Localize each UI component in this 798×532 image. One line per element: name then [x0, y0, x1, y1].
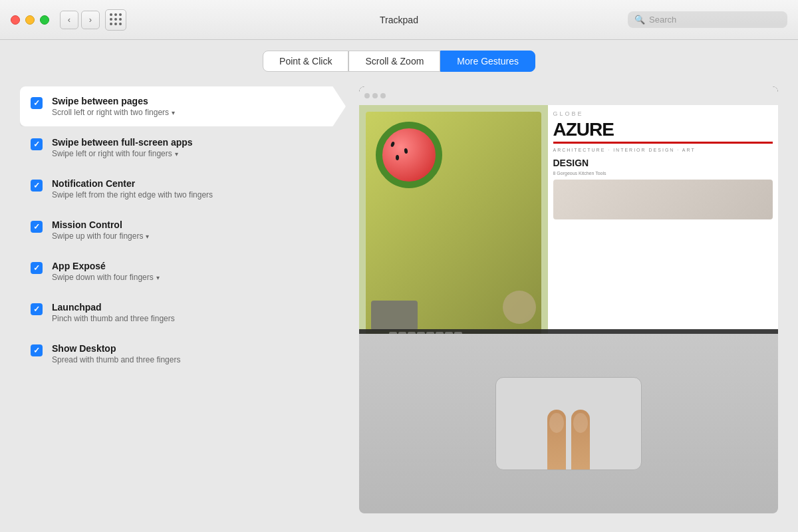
setting-title-notification-center: Notification Center	[52, 178, 335, 189]
traffic-lights	[11, 15, 49, 25]
setting-text-launchpad: Launchpad Pinch with thumb and three fin…	[52, 302, 335, 323]
browser-right-panel: GLOBE AZURE ARCHITECTURE · INTERIOR DESI…	[548, 105, 779, 342]
design-label: DESIGN	[553, 158, 773, 168]
chevron-down-icon: ▾	[172, 109, 175, 116]
setting-swipe-fullscreen[interactable]: Swipe between full-screen apps Swipe lef…	[20, 128, 346, 168]
chevron-down-icon: ▾	[156, 274, 160, 281]
window-title: Trackpad	[380, 15, 418, 25]
trackpad-surface	[495, 377, 642, 470]
setting-text-app-expose: App Exposé Swipe down with four fingers …	[52, 261, 335, 282]
setting-desc-app-expose: Swipe down with four fingers ▾	[52, 273, 335, 282]
setting-show-desktop[interactable]: Show Desktop Spread with thumb and three…	[20, 334, 346, 374]
fingers-visual	[547, 410, 590, 470]
preview-panel: GLOBE AZURE ARCHITECTURE · INTERIOR DESI…	[359, 86, 778, 513]
checkbox-swipe-fullscreen[interactable]	[31, 138, 43, 150]
tab-scroll-zoom[interactable]: Scroll & Zoom	[348, 51, 440, 72]
checkbox-app-expose[interactable]	[31, 262, 43, 274]
setting-desc-swipe-fullscreen: Swipe left or right with four fingers ▾	[52, 149, 335, 158]
back-icon: ‹	[68, 15, 70, 25]
close-button[interactable]	[11, 15, 20, 25]
setting-text-notification-center: Notification Center Swipe left from the …	[52, 178, 335, 200]
checkbox-swipe-pages[interactable]	[31, 97, 43, 109]
settings-panel: Swipe between pages Scroll left or right…	[20, 86, 346, 513]
title-bar: ‹ › Trackpad 🔍 Search	[0, 0, 798, 40]
preview-image: GLOBE AZURE ARCHITECTURE · INTERIOR DESI…	[359, 86, 778, 513]
browser-chrome	[359, 86, 778, 105]
checkbox-show-desktop[interactable]	[31, 344, 43, 356]
setting-mission-control[interactable]: Mission Control Swipe up with four finge…	[20, 210, 346, 250]
checkbox-mission-control[interactable]	[31, 221, 43, 233]
setting-swipe-pages[interactable]: Swipe between pages Scroll left or right…	[20, 86, 346, 126]
chevron-down-icon: ▾	[175, 150, 178, 158]
setting-desc-notification-center: Swipe left from the right edge with two …	[52, 190, 335, 200]
forward-button[interactable]: ›	[81, 11, 100, 29]
grid-view-button[interactable]	[105, 9, 126, 31]
setting-title-mission-control: Mission Control	[52, 219, 335, 230]
design-image	[553, 180, 773, 219]
setting-text-mission-control: Mission Control Swipe up with four finge…	[52, 219, 335, 241]
setting-title-swipe-fullscreen: Swipe between full-screen apps	[52, 137, 335, 148]
browser-dot-3	[380, 93, 386, 98]
setting-title-swipe-pages: Swipe between pages	[52, 96, 319, 106]
chevron-down-icon: ▾	[146, 233, 149, 240]
setting-app-expose[interactable]: App Exposé Swipe down with four fingers …	[20, 251, 346, 291]
search-input[interactable]: Search	[649, 15, 676, 25]
setting-text-swipe-pages: Swipe between pages Scroll left or right…	[52, 96, 319, 117]
setting-desc-mission-control: Swipe up with four fingers ▾	[52, 231, 335, 241]
finger-2	[571, 410, 590, 470]
setting-title-show-desktop: Show Desktop	[52, 343, 335, 354]
setting-desc-show-desktop: Spread with thumb and three fingers	[52, 355, 335, 364]
tab-bar: Point & Click Scroll & Zoom More Gesture…	[0, 40, 798, 80]
trackpad-area	[359, 334, 778, 513]
maximize-button[interactable]	[40, 15, 49, 25]
checkbox-notification-center[interactable]	[31, 180, 43, 192]
search-icon: 🔍	[634, 15, 645, 25]
setting-title-app-expose: App Exposé	[52, 261, 335, 271]
setting-desc-swipe-pages: Scroll left or right with two fingers ▾	[52, 108, 319, 117]
browser-left-panel	[359, 105, 548, 342]
design-sub: 8 Gorgeous Kitchen Tools	[553, 171, 773, 176]
back-button[interactable]: ‹	[60, 11, 78, 29]
azure-subtitle: ARCHITECTURE · INTERIOR DESIGN · ART	[553, 148, 773, 152]
setting-notification-center[interactable]: Notification Center Swipe left from the …	[20, 169, 346, 209]
azure-tagline: GLOBE	[553, 110, 773, 117]
setting-text-swipe-fullscreen: Swipe between full-screen apps Swipe lef…	[52, 137, 335, 158]
nav-buttons: ‹ ›	[60, 11, 100, 29]
tab-more-gestures[interactable]: More Gestures	[440, 51, 535, 72]
forward-icon: ›	[89, 15, 92, 25]
setting-desc-launchpad: Pinch with thumb and three fingers	[52, 314, 335, 323]
minimize-button[interactable]	[25, 15, 35, 25]
search-box[interactable]: 🔍 Search	[628, 11, 787, 28]
browser-content: GLOBE AZURE ARCHITECTURE · INTERIOR DESI…	[359, 105, 778, 342]
checkbox-launchpad[interactable]	[31, 303, 43, 315]
setting-launchpad[interactable]: Launchpad Pinch with thumb and three fin…	[20, 293, 346, 332]
azure-logo: AZURE	[553, 119, 773, 144]
grid-icon	[110, 13, 122, 26]
laptop-preview: GLOBE AZURE ARCHITECTURE · INTERIOR DESI…	[359, 86, 778, 342]
finger-1	[547, 410, 566, 470]
browser-dot-1	[364, 93, 370, 98]
setting-text-show-desktop: Show Desktop Spread with thumb and three…	[52, 343, 335, 364]
main-content: Swipe between pages Scroll left or right…	[0, 80, 798, 527]
browser-dot-2	[372, 93, 378, 98]
setting-title-launchpad: Launchpad	[52, 302, 335, 313]
tab-point-click[interactable]: Point & Click	[263, 51, 348, 72]
